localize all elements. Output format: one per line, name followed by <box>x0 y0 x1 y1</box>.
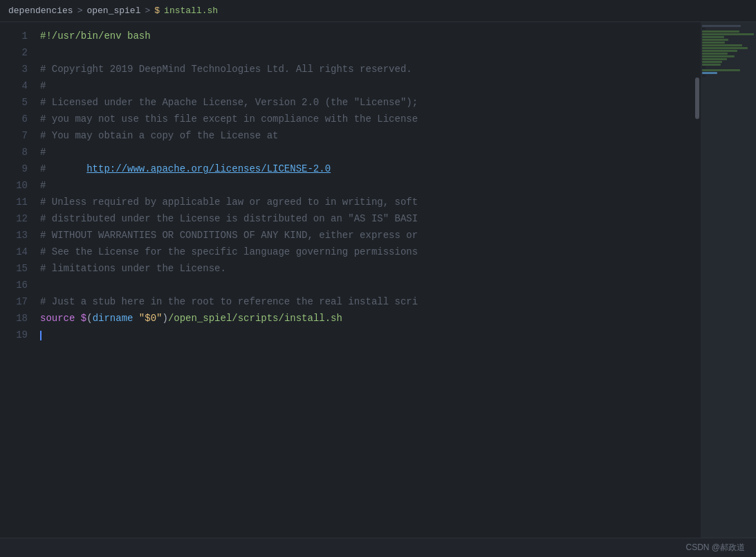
breadcrumb-part2: open_spiel <box>86 6 140 16</box>
minimap-line <box>702 58 727 60</box>
minimap-line <box>702 44 742 46</box>
line-number: 6 <box>22 111 28 127</box>
code-line <box>40 44 694 61</box>
minimap-line <box>702 50 737 52</box>
code-line <box>40 277 694 293</box>
code-line: # you may not use this file except in co… <box>40 111 694 127</box>
minimap-line <box>702 47 748 49</box>
line-number: 17 <box>16 293 28 310</box>
breadcrumb-filename: install.sh <box>164 6 218 16</box>
line-number: 14 <box>16 244 28 260</box>
breadcrumb-dollar: $ <box>154 6 160 16</box>
minimap-line <box>702 39 728 41</box>
line-number: 11 <box>16 194 28 210</box>
line-number: 16 <box>16 277 28 293</box>
code-line: # WITHOUT WARRANTIES OR CONDITIONS OF AN… <box>40 227 694 244</box>
minimap-line <box>702 28 706 30</box>
editor-area: 12345678910111213141516171819 #!/usr/bin… <box>0 22 756 538</box>
breadcrumb-sep1: > <box>77 6 83 16</box>
breadcrumb-bar: dependencies > open_spiel > $ install.sh <box>0 0 756 22</box>
minimap-line <box>702 25 741 27</box>
line-number: 15 <box>16 260 28 277</box>
code-line: # <box>40 177 694 194</box>
code-line: # See the License for the specific langu… <box>40 244 694 260</box>
line-number: 3 <box>22 61 28 77</box>
minimap-line <box>702 30 739 33</box>
line-number: 13 <box>16 227 28 244</box>
line-number: 10 <box>16 177 28 194</box>
code-area[interactable]: #!/usr/bin/env bash # Copyright 2019 Dee… <box>35 22 694 538</box>
line-numbers: 12345678910111213141516171819 <box>0 22 35 538</box>
code-line: # <box>40 144 694 161</box>
code-line <box>40 327 694 343</box>
line-number: 12 <box>16 210 28 227</box>
code-line: source $(dirname "$0")/open_spiel/script… <box>40 310 694 327</box>
line-number: 18 <box>16 310 28 327</box>
minimap <box>701 22 756 538</box>
line-number: 7 <box>22 127 28 144</box>
minimap-line <box>702 75 706 77</box>
line-number: 5 <box>22 94 28 111</box>
minimap-line <box>702 69 740 71</box>
line-number: 19 <box>16 327 28 343</box>
text-cursor <box>40 331 42 340</box>
code-line: # limitations under the License. <box>40 260 694 277</box>
line-number: 2 <box>22 44 28 61</box>
scrollbar-thumb[interactable] <box>695 77 699 119</box>
breadcrumb-sep2: > <box>145 6 150 16</box>
line-number: 8 <box>22 144 28 161</box>
minimap-line <box>702 42 725 44</box>
code-line: # Just a stub here in the root to refere… <box>40 293 694 310</box>
minimap-line <box>702 55 735 57</box>
minimap-line <box>702 64 721 66</box>
code-line: # You may obtain a copy of the License a… <box>40 127 694 144</box>
minimap-line <box>702 72 717 74</box>
code-line: # Unless required by applicable law or a… <box>40 194 694 210</box>
minimap-line <box>702 33 754 35</box>
footer-bar: CSDN @郝政道 <box>0 538 756 557</box>
code-line: # distributed under the License is distr… <box>40 210 694 227</box>
scrollbar-right[interactable] <box>694 22 701 538</box>
code-line: # Licensed under the Apache License, Ver… <box>40 94 694 111</box>
line-number: 4 <box>22 77 28 94</box>
code-line: #!/usr/bin/env bash <box>40 28 694 44</box>
breadcrumb-part1: dependencies <box>8 6 73 16</box>
code-line: # http://www.apache.org/licenses/LICENSE… <box>40 161 694 177</box>
code-line: # <box>40 77 694 94</box>
minimap-line <box>702 36 724 38</box>
footer-text: CSDN @郝政道 <box>685 542 745 554</box>
line-number: 1 <box>22 28 28 44</box>
line-number: 9 <box>22 161 28 177</box>
code-line: # Copyright 2019 DeepMind Technologies L… <box>40 61 694 77</box>
minimap-line <box>702 66 706 69</box>
minimap-line <box>702 53 728 55</box>
minimap-line <box>702 61 722 63</box>
